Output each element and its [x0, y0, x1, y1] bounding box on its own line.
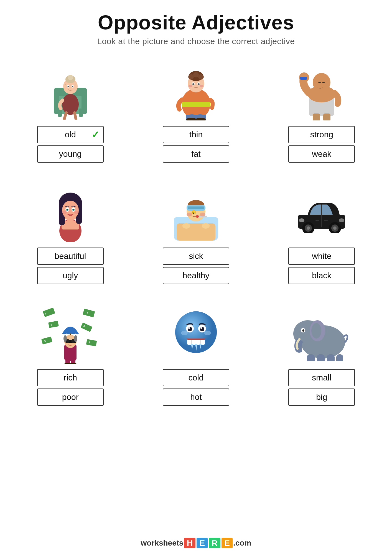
cell-old-young: old ✓ young — [19, 60, 122, 165]
svg-rect-71 — [321, 205, 322, 215]
svg-point-103 — [74, 335, 77, 342]
cell-cold-hot: cold hot — [144, 303, 248, 408]
image-strong-weak — [291, 60, 352, 121]
svg-point-79 — [339, 218, 344, 222]
svg-point-69 — [200, 213, 205, 216]
page: Opposite Adjectives Look at the picture … — [0, 0, 392, 555]
page-title: Opposite Adjectives — [98, 11, 294, 34]
svg-point-12 — [67, 86, 69, 87]
checkmark-old: ✓ — [91, 129, 99, 140]
image-thin-fat — [166, 60, 226, 121]
word-cold[interactable]: cold — [163, 369, 229, 386]
footer: worksheets H E R E .com — [0, 538, 392, 548]
svg-point-107 — [70, 363, 77, 364]
svg-rect-91 — [41, 337, 52, 345]
footer-h: H — [184, 538, 196, 548]
word-fat[interactable]: fat — [163, 145, 229, 163]
svg-point-78 — [299, 218, 304, 222]
svg-rect-87 — [48, 321, 59, 328]
svg-point-123 — [181, 331, 188, 335]
image-cold-hot — [166, 303, 226, 364]
word-rich[interactable]: rich — [37, 369, 104, 386]
svg-rect-15 — [182, 102, 210, 107]
word-thin[interactable]: thin — [163, 126, 229, 143]
word-strong[interactable]: strong — [288, 126, 355, 143]
image-rich-poor: $ $ $ $ $ $ — [40, 303, 101, 364]
cell-rich-poor: $ $ $ $ $ $ — [19, 303, 122, 408]
word-beautiful[interactable]: beautiful — [37, 248, 104, 265]
word-small[interactable]: small — [288, 369, 355, 386]
svg-point-47 — [62, 201, 79, 220]
image-old-young — [40, 60, 101, 121]
cell-sick-healthy: 😵 sick healthy — [144, 181, 248, 286]
svg-point-23 — [192, 83, 194, 85]
svg-point-53 — [73, 209, 74, 210]
svg-point-20 — [193, 72, 199, 77]
svg-point-124 — [204, 331, 211, 335]
svg-point-26 — [200, 85, 203, 87]
svg-point-129 — [302, 330, 303, 331]
svg-point-19 — [198, 74, 204, 80]
svg-point-74 — [307, 226, 310, 230]
word-ugly[interactable]: ugly — [37, 267, 104, 284]
word-hot[interactable]: hot — [163, 389, 229, 406]
svg-point-131 — [311, 323, 321, 339]
svg-rect-82 — [324, 220, 328, 221]
svg-rect-133 — [317, 354, 325, 361]
word-healthy[interactable]: healthy — [163, 267, 229, 284]
svg-rect-37 — [300, 77, 307, 80]
svg-rect-135 — [336, 354, 343, 361]
svg-point-9 — [68, 75, 73, 80]
svg-rect-85 — [83, 309, 95, 317]
svg-point-59 — [182, 223, 190, 229]
word-poor[interactable]: poor — [37, 389, 104, 406]
cell-beautiful-ugly: beautiful ugly — [19, 181, 122, 286]
svg-rect-81 — [315, 220, 319, 221]
svg-rect-134 — [327, 354, 335, 361]
svg-point-13 — [72, 86, 73, 87]
footer-r: R — [209, 538, 220, 548]
image-sick-healthy: 😵 — [166, 181, 226, 243]
word-weak[interactable]: weak — [288, 145, 355, 163]
svg-point-114 — [188, 327, 190, 329]
svg-point-77 — [333, 226, 337, 230]
svg-point-25 — [189, 85, 192, 87]
page-subtitle: Look at the picture and choose the corre… — [97, 37, 295, 46]
word-young[interactable]: young — [37, 145, 104, 163]
svg-point-54 — [62, 211, 67, 214]
image-small-big — [291, 303, 352, 364]
footer-e: E — [197, 538, 208, 548]
svg-point-36 — [313, 73, 330, 92]
cell-thin-fat: thin fat — [144, 60, 248, 165]
svg-point-67 — [196, 215, 199, 218]
svg-rect-64 — [188, 206, 204, 209]
word-old[interactable]: old ✓ — [37, 126, 104, 143]
svg-point-68 — [187, 213, 192, 216]
word-white[interactable]: white — [288, 248, 355, 265]
adjectives-grid: old ✓ young — [19, 60, 373, 408]
word-black[interactable]: black — [288, 267, 355, 284]
svg-rect-58 — [177, 223, 215, 241]
svg-rect-39 — [323, 113, 330, 120]
svg-rect-4 — [79, 109, 83, 117]
footer-worksheets: worksheets — [141, 539, 184, 548]
cell-strong-weak: strong weak — [270, 60, 373, 165]
svg-rect-132 — [307, 354, 315, 361]
svg-point-115 — [200, 327, 202, 329]
svg-point-55 — [74, 211, 79, 214]
svg-point-6 — [62, 94, 79, 115]
svg-point-60 — [202, 223, 210, 229]
svg-point-52 — [67, 209, 68, 210]
footer-e2: E — [222, 538, 233, 548]
cell-small-big: small big — [270, 303, 373, 408]
svg-point-24 — [198, 83, 200, 85]
svg-point-18 — [188, 74, 194, 80]
svg-point-112 — [188, 327, 192, 331]
svg-point-113 — [200, 327, 204, 331]
cell-white-black: white black — [270, 181, 373, 286]
svg-rect-38 — [313, 113, 320, 120]
image-white-black — [291, 181, 352, 243]
word-big[interactable]: big — [288, 389, 355, 406]
word-sick[interactable]: sick — [163, 248, 229, 265]
svg-point-102 — [63, 335, 67, 342]
